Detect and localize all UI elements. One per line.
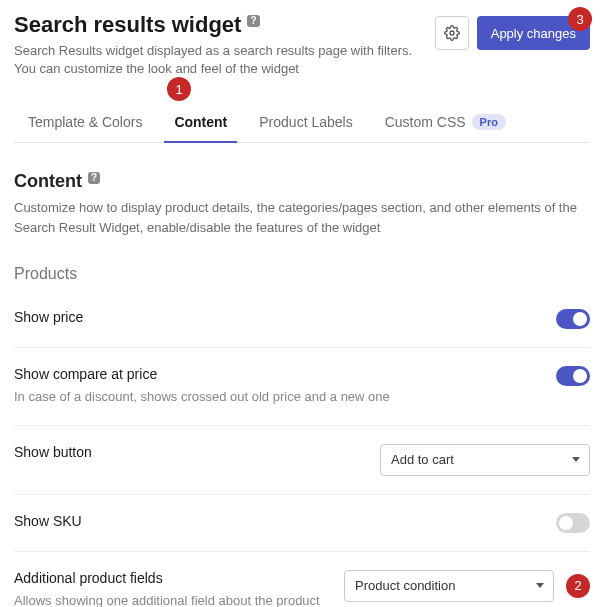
tab-custom-css-label: Custom CSS bbox=[385, 114, 466, 130]
tab-template-colors[interactable]: Template & Colors bbox=[26, 102, 144, 142]
setting-show-button: Show button Add to cart bbox=[14, 426, 590, 495]
show-button-label: Show button bbox=[14, 444, 364, 460]
show-price-label: Show price bbox=[14, 309, 540, 325]
setting-show-compare: Show compare at price In case of a disco… bbox=[14, 348, 590, 425]
show-compare-label: Show compare at price bbox=[14, 366, 540, 382]
page-title: Search results widget ? bbox=[14, 12, 435, 38]
callout-marker-1: 1 bbox=[167, 77, 191, 101]
svg-point-0 bbox=[450, 31, 454, 35]
section-title-text: Content bbox=[14, 171, 82, 192]
show-sku-label: Show SKU bbox=[14, 513, 540, 529]
setting-show-sku: Show SKU bbox=[14, 495, 590, 552]
additional-fields-label: Additional product fields bbox=[14, 570, 328, 586]
setting-additional-fields: Additional product fields Allows showing… bbox=[14, 552, 590, 607]
page-description: Search Results widget displayed as a sea… bbox=[14, 42, 435, 78]
section-title: Content ? bbox=[14, 171, 590, 192]
gear-icon bbox=[444, 25, 460, 41]
help-icon[interactable]: ? bbox=[247, 15, 259, 27]
show-button-select[interactable]: Add to cart bbox=[380, 444, 590, 476]
help-icon[interactable]: ? bbox=[88, 172, 100, 184]
setting-show-price: Show price bbox=[14, 291, 590, 348]
products-subsection-title: Products bbox=[14, 265, 590, 283]
additional-fields-help: Allows showing one additional field abou… bbox=[14, 592, 328, 607]
settings-button[interactable] bbox=[435, 16, 469, 50]
content-section: Content ? Customize how to display produ… bbox=[14, 171, 590, 607]
callout-marker-3: 3 bbox=[568, 7, 592, 31]
callout-marker-2: 2 bbox=[566, 574, 590, 598]
additional-fields-select[interactable]: Product condition bbox=[344, 570, 554, 602]
show-compare-toggle[interactable] bbox=[556, 366, 590, 386]
tab-product-labels[interactable]: Product Labels bbox=[257, 102, 354, 142]
show-price-toggle[interactable] bbox=[556, 309, 590, 329]
page-title-text: Search results widget bbox=[14, 12, 241, 38]
header-actions: Apply changes bbox=[435, 16, 590, 50]
show-compare-help: In case of a discount, shows crossed out… bbox=[14, 388, 540, 406]
tabs: Template & Colors Content Product Labels… bbox=[14, 102, 590, 143]
tab-content[interactable]: Content bbox=[172, 102, 229, 142]
tab-custom-css[interactable]: Custom CSS Pro bbox=[383, 102, 508, 142]
show-sku-toggle[interactable] bbox=[556, 513, 590, 533]
section-description: Customize how to display product details… bbox=[14, 198, 590, 237]
pro-badge: Pro bbox=[472, 114, 506, 130]
page-header: Search results widget ? Search Results w… bbox=[14, 12, 590, 78]
